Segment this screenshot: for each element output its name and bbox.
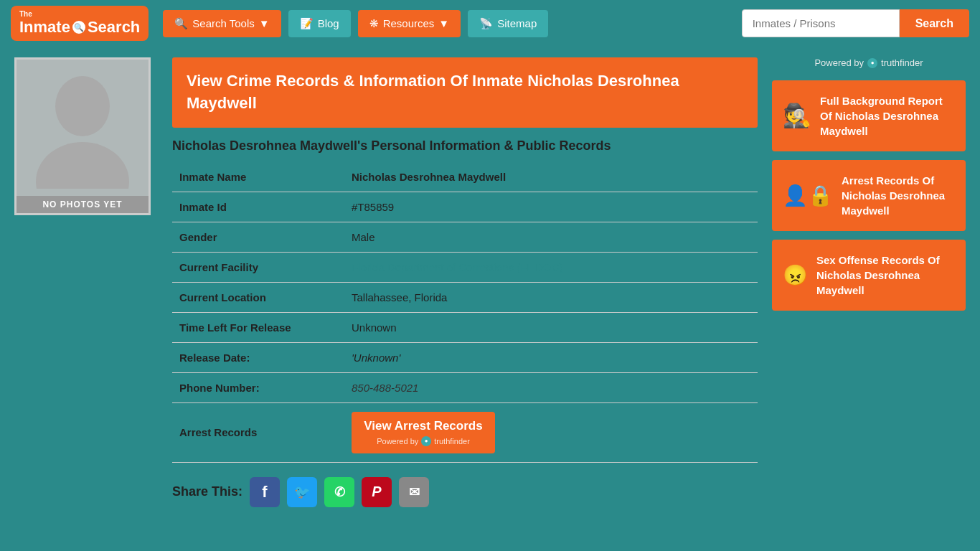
arrest-icon: 👤🔒 — [783, 182, 833, 209]
field-value-release-date: 'Unknown' — [344, 342, 758, 372]
table-row: Inmate Name Nicholas Desrohnea Maydwell — [172, 162, 758, 192]
logo-icon-circle: 🔍 — [72, 21, 85, 34]
logo-the: The — [19, 10, 32, 18]
offense-icon: 😠 — [783, 261, 808, 289]
blog-label: Blog — [318, 17, 339, 29]
table-row: Time Left For Release Unknown — [172, 312, 758, 342]
resources-icon: ❋ — [369, 17, 379, 30]
powered-by-bar: Powered by ● truthfinder — [772, 57, 966, 68]
share-email-button[interactable]: ✉ — [399, 477, 429, 507]
arrest-btn-label: View Arrest Records — [363, 419, 484, 433]
table-row: Release Date: 'Unknown' — [172, 342, 758, 372]
share-facebook-button[interactable]: f — [250, 477, 280, 507]
table-row: Phone Number: 850-488-5021 — [172, 372, 758, 402]
chevron-down-icon: ▼ — [259, 17, 270, 29]
field-label-gender: Gender — [172, 222, 344, 252]
sex-offense-records-card[interactable]: 😠 Sex Offense Records Of Nicholas Desroh… — [772, 240, 966, 311]
share-label: Share This: — [172, 484, 242, 499]
field-value-time-left: Unknown — [344, 312, 758, 342]
search-icon: 🔍 — [174, 17, 188, 30]
search-input[interactable] — [742, 9, 900, 37]
field-label-id: Inmate Id — [172, 192, 344, 222]
logo[interactable]: The Inmate 🔍 Search — [11, 6, 149, 41]
center-content: View Crime Records & Information Of Inma… — [172, 57, 758, 514]
blog-button[interactable]: 📝 Blog — [288, 10, 351, 37]
sitemap-label: Sitemap — [497, 17, 537, 29]
table-row: Arrest Records View Arrest Records Power… — [172, 402, 758, 462]
field-label-time-left: Time Left For Release — [172, 312, 344, 342]
main-content: NO PHOTOS YET View Crime Records & Infor… — [0, 47, 980, 525]
sitemap-icon: 📡 — [479, 17, 493, 30]
view-arrest-records-button[interactable]: View Arrest Records Powered by ● truthfi… — [352, 412, 495, 453]
field-value-gender: Male — [344, 222, 758, 252]
facility-link[interactable]: Florida Department of Corrections (FL DO… — [352, 261, 563, 273]
field-value-arrest: View Arrest Records Powered by ● truthfi… — [344, 402, 758, 462]
arrest-records-card[interactable]: 👤🔒 Arrest Records Of Nicholas Desrohnea … — [772, 160, 966, 231]
field-label-facility: Current Facility — [172, 252, 344, 282]
tf-brand-small: truthfinder — [434, 437, 470, 446]
search-button[interactable]: Search — [900, 9, 969, 37]
detective-icon: 🕵 — [783, 100, 811, 132]
tf-dot-sidebar: ● — [867, 58, 877, 68]
logo-search: Search — [88, 18, 140, 37]
table-row: Gender Male — [172, 222, 758, 252]
field-label-arrest: Arrest Records — [172, 402, 344, 462]
share-twitter-button[interactable]: 🐦 — [287, 477, 317, 507]
tf-brand-sidebar: truthfinder — [881, 57, 923, 68]
section-title: Nicholas Desrohnea Maydwell's Personal I… — [172, 138, 758, 154]
right-sidebar: Powered by ● truthfinder 🕵 Full Backgrou… — [772, 57, 966, 514]
resources-label: Resources — [383, 17, 435, 29]
table-row: Inmate Id #T85859 — [172, 192, 758, 222]
svg-point-0 — [55, 76, 110, 136]
silhouette-icon — [25, 67, 140, 189]
search-tools-label: Search Tools — [192, 17, 254, 29]
field-label-phone: Phone Number: — [172, 372, 344, 402]
table-row: Current Location Tallahassee, Florida — [172, 282, 758, 312]
arrest-records-label: Arrest Records Of Nicholas Desrohnea May… — [842, 173, 955, 218]
powered-by-text-small: Powered by — [377, 437, 418, 446]
powered-by-text: Powered by — [814, 57, 864, 68]
table-row: Current Facility Florida Department of C… — [172, 252, 758, 282]
no-photo-label: NO PHOTOS YET — [17, 196, 149, 213]
field-value-name: Nicholas Desrohnea Maydwell — [344, 162, 758, 192]
sitemap-button[interactable]: 📡 Sitemap — [468, 10, 548, 37]
photo-box: NO PHOTOS YET — [14, 57, 151, 215]
photo-section: NO PHOTOS YET — [14, 57, 158, 514]
share-whatsapp-button[interactable]: ✆ — [324, 477, 354, 507]
search-box: Search — [742, 9, 969, 37]
field-label-location: Current Location — [172, 282, 344, 312]
field-value-location: Tallahassee, Florida — [344, 282, 758, 312]
field-value-id: #T85859 — [344, 192, 758, 222]
field-label-name: Inmate Name — [172, 162, 344, 192]
header: The Inmate 🔍 Search 🔍 Search Tools ▼ 📝 B… — [0, 0, 980, 47]
field-value-facility: Florida Department of Corrections (FL DO… — [344, 252, 758, 282]
full-background-report-label: Full Background Report Of Nicholas Desro… — [820, 93, 955, 138]
share-section: Share This: f 🐦 ✆ P ✉ — [172, 463, 758, 514]
svg-point-1 — [36, 142, 129, 189]
search-tools-button[interactable]: 🔍 Search Tools ▼ — [163, 10, 281, 37]
powered-by-truthfinder-small: Powered by ● truthfinder — [363, 436, 484, 446]
tf-dot-icon: ● — [421, 436, 431, 446]
field-label-release-date: Release Date: — [172, 342, 344, 372]
info-table: Inmate Name Nicholas Desrohnea Maydwell … — [172, 162, 758, 463]
logo-inmate: Inmate — [19, 18, 70, 37]
sex-offense-label: Sex Offense Records Of Nicholas Desrohne… — [816, 253, 955, 298]
page-title: View Crime Records & Information Of Inma… — [172, 57, 758, 128]
field-value-phone: 850-488-5021 — [344, 372, 758, 402]
resources-button[interactable]: ❋ Resources ▼ — [358, 10, 461, 37]
blog-icon: 📝 — [300, 17, 314, 30]
full-background-report-card[interactable]: 🕵 Full Background Report Of Nicholas Des… — [772, 80, 966, 151]
share-pinterest-button[interactable]: P — [362, 477, 392, 507]
chevron-down-icon-resources: ▼ — [438, 17, 449, 29]
